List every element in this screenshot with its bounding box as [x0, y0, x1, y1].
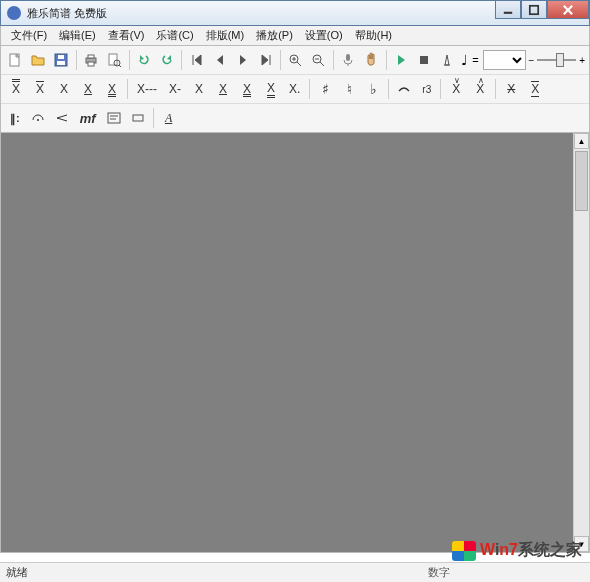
separator — [495, 79, 496, 99]
note-eighth-button[interactable]: X — [77, 78, 99, 100]
scroll-thumb[interactable] — [575, 151, 588, 211]
redo-icon — [159, 52, 175, 68]
duration-eighth-button[interactable]: X — [260, 78, 282, 100]
tempo-select[interactable] — [483, 50, 527, 70]
menu-play[interactable]: 播放(P) — [250, 26, 299, 45]
note-quarter-button[interactable]: X — [53, 78, 75, 100]
maximize-button[interactable] — [521, 1, 547, 19]
menu-edit[interactable]: 编辑(E) — [53, 26, 102, 45]
scroll-down-button[interactable]: ▼ — [574, 536, 589, 552]
toolbar-row-1: ♩ = − + — [1, 46, 589, 75]
last-button[interactable] — [255, 49, 276, 71]
crescendo-button[interactable] — [51, 107, 73, 129]
scroll-up-button[interactable]: ▲ — [574, 133, 589, 149]
speed-slider[interactable]: − + — [528, 52, 585, 68]
duration-1-button[interactable]: X — [188, 78, 210, 100]
next-icon — [235, 52, 251, 68]
metronome-button[interactable] — [436, 49, 457, 71]
close-button[interactable] — [547, 1, 589, 19]
natural-button[interactable]: ♮ — [338, 78, 360, 100]
menu-help[interactable]: 帮助(H) — [349, 26, 398, 45]
lyrics-button[interactable] — [103, 107, 125, 129]
duration-2-button[interactable]: X- — [164, 78, 186, 100]
print-button[interactable] — [81, 49, 102, 71]
save-button[interactable] — [51, 49, 72, 71]
microphone-icon — [340, 52, 356, 68]
printer-icon — [83, 52, 99, 68]
svg-rect-11 — [109, 54, 117, 65]
metronome-icon — [439, 52, 455, 68]
zoom-in-button[interactable] — [285, 49, 306, 71]
zoom-in-icon — [287, 52, 303, 68]
print-preview-button[interactable] — [104, 49, 125, 71]
menubar: 文件(F) 编辑(E) 查看(V) 乐谱(C) 排版(M) 播放(P) 设置(O… — [0, 26, 590, 46]
flat-button[interactable]: ♭ — [362, 78, 384, 100]
new-file-button[interactable] — [5, 49, 26, 71]
last-icon — [258, 52, 274, 68]
triplet-button[interactable]: r3 — [417, 78, 436, 100]
menu-layout[interactable]: 排版(M) — [200, 26, 251, 45]
svg-rect-10 — [88, 62, 94, 66]
menu-view[interactable]: 查看(V) — [102, 26, 151, 45]
next-button[interactable] — [232, 49, 253, 71]
close-icon — [561, 3, 575, 17]
sharp-button[interactable]: ♯ — [314, 78, 336, 100]
duration-4-button[interactable]: X--- — [132, 78, 162, 100]
svg-line-13 — [119, 65, 121, 67]
redo-button[interactable] — [156, 49, 177, 71]
first-icon — [189, 52, 205, 68]
hand-button[interactable] — [361, 49, 382, 71]
accent2-button[interactable]: X∧ — [469, 78, 491, 100]
document-canvas[interactable]: ▲ ▼ — [0, 133, 590, 553]
toolbars: ♩ = − + X X X X X X--- X- X X X X X. ♯ ♮… — [0, 46, 590, 133]
box-button[interactable] — [127, 107, 149, 129]
dotted-button[interactable]: X. — [284, 78, 305, 100]
status-right: 数字 — [428, 565, 450, 580]
menu-score[interactable]: 乐谱(C) — [150, 26, 199, 45]
separator — [280, 50, 281, 70]
dynamic-mf-button[interactable]: mf — [75, 107, 101, 129]
fermata-button[interactable] — [27, 107, 49, 129]
svg-rect-29 — [133, 115, 143, 121]
minimize-button[interactable] — [495, 1, 521, 19]
repeat-start-button[interactable]: ‖: — [5, 107, 25, 129]
preview-icon — [106, 52, 122, 68]
svg-rect-7 — [58, 55, 64, 59]
tempo-note-label: ♩ — [461, 52, 468, 69]
play-button[interactable] — [391, 49, 412, 71]
text-a-button[interactable]: A — [158, 107, 180, 129]
duration-half-button[interactable]: X — [212, 78, 234, 100]
separator — [127, 79, 128, 99]
prev-button[interactable] — [209, 49, 230, 71]
app-icon — [7, 6, 21, 20]
duration-quarter-button[interactable]: X — [236, 78, 258, 100]
zoom-out-button[interactable] — [308, 49, 329, 71]
maximize-icon — [527, 3, 541, 17]
ornament1-button[interactable]: X — [500, 78, 522, 100]
voice-button[interactable] — [338, 49, 359, 71]
note-whole-button[interactable]: X — [5, 78, 27, 100]
note-sixteenth-button[interactable]: X — [101, 78, 123, 100]
new-file-icon — [7, 52, 23, 68]
slider-thumb[interactable] — [556, 53, 564, 67]
fermata-icon — [30, 110, 46, 126]
open-file-button[interactable] — [28, 49, 49, 71]
menu-file[interactable]: 文件(F) — [5, 26, 53, 45]
toolbar-row-2: X X X X X X--- X- X X X X X. ♯ ♮ ♭ r3 X∨… — [1, 75, 589, 104]
save-icon — [53, 52, 69, 68]
ornament2-button[interactable]: X — [524, 78, 546, 100]
menu-settings[interactable]: 设置(O) — [299, 26, 349, 45]
vertical-scrollbar[interactable]: ▲ ▼ — [573, 133, 589, 552]
separator — [440, 79, 441, 99]
tie-button[interactable] — [393, 78, 415, 100]
note-half-button[interactable]: X — [29, 78, 51, 100]
first-button[interactable] — [186, 49, 207, 71]
stop-button[interactable] — [413, 49, 434, 71]
accent1-button[interactable]: X∨ — [445, 78, 467, 100]
separator — [309, 79, 310, 99]
svg-rect-23 — [420, 56, 428, 64]
svg-rect-26 — [108, 113, 120, 123]
undo-button[interactable] — [134, 49, 155, 71]
play-icon — [393, 52, 409, 68]
zoom-out-icon — [310, 52, 326, 68]
